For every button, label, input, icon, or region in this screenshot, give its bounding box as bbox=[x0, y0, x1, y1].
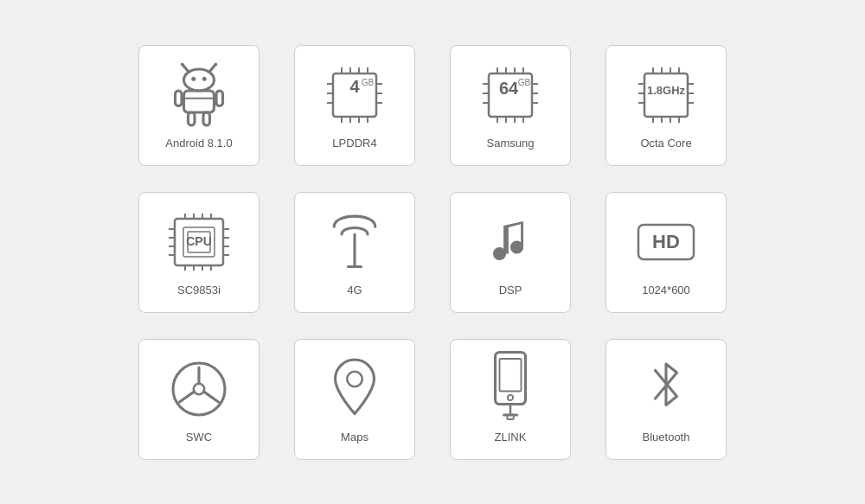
ram-icon-area: 4 GB bbox=[320, 61, 389, 130]
svg-text:4: 4 bbox=[349, 77, 360, 96]
svg-rect-7 bbox=[184, 91, 215, 112]
feature-grid: Android 8.1.0 4 GB bbox=[112, 19, 753, 486]
svg-line-90 bbox=[180, 392, 195, 402]
lpddr4-label: LPDDR4 bbox=[332, 137, 376, 150]
svg-point-88 bbox=[194, 384, 205, 395]
svg-point-95 bbox=[508, 395, 513, 400]
svg-text:1.8GHz: 1.8GHz bbox=[647, 84, 686, 97]
card-maps: Maps bbox=[294, 339, 415, 460]
wheel-icon-area bbox=[164, 354, 234, 424]
cpu-chip-icon: CPU bbox=[164, 212, 234, 272]
phone-icon-area bbox=[476, 354, 545, 424]
bluetooth-label: Bluetooth bbox=[643, 431, 690, 443]
bluetooth-icon bbox=[631, 351, 701, 427]
card-4g: 4G bbox=[294, 192, 415, 313]
card-swc: SWC bbox=[138, 339, 260, 460]
svg-point-6 bbox=[202, 77, 207, 81]
card-zlink: ZLINK bbox=[450, 339, 571, 460]
hd-icon-area: HD bbox=[631, 207, 701, 277]
svg-rect-8 bbox=[176, 91, 183, 106]
card-samsung: 64 GB Samsung bbox=[450, 45, 571, 166]
svg-line-3 bbox=[210, 65, 215, 72]
card-android: Android 8.1.0 bbox=[138, 45, 260, 166]
svg-rect-94 bbox=[500, 359, 522, 392]
svg-rect-10 bbox=[189, 112, 195, 125]
svg-point-4 bbox=[215, 63, 218, 67]
svg-rect-9 bbox=[216, 91, 223, 106]
card-hd: HD 1024*600 bbox=[606, 192, 727, 313]
svg-point-5 bbox=[191, 77, 195, 81]
4g-label: 4G bbox=[347, 284, 362, 297]
card-bluetooth: Bluetooth bbox=[606, 339, 727, 460]
samsung-label: Samsung bbox=[487, 137, 535, 150]
music-icon bbox=[476, 204, 545, 280]
bluetooth-icon-area bbox=[631, 354, 701, 424]
ram-chip-icon: 4 GB bbox=[320, 65, 389, 125]
wheel-icon bbox=[164, 354, 234, 424]
hd-icon: HD bbox=[631, 212, 701, 272]
android-label: Android 8.1.0 bbox=[165, 137, 232, 150]
card-lpddr4: 4 GB LPDDR4 bbox=[294, 45, 415, 166]
svg-text:CPU: CPU bbox=[186, 234, 212, 248]
svg-text:64: 64 bbox=[499, 79, 519, 98]
card-octa: 1.8GHz Octa Core bbox=[606, 45, 727, 166]
freq-icon-area: 1.8GHz bbox=[631, 61, 701, 130]
svg-rect-98 bbox=[507, 415, 514, 419]
svg-text:GB: GB bbox=[362, 78, 375, 87]
freq-chip-icon: 1.8GHz bbox=[631, 65, 701, 125]
android-icon bbox=[164, 61, 234, 130]
octa-label: Octa Core bbox=[640, 137, 691, 150]
svg-text:HD: HD bbox=[652, 231, 680, 252]
map-pin-icon bbox=[320, 351, 389, 427]
svg-point-92 bbox=[347, 372, 362, 387]
svg-line-1 bbox=[183, 65, 188, 72]
svg-rect-11 bbox=[203, 112, 210, 125]
phone-icon bbox=[476, 346, 545, 432]
signal-icon-area bbox=[320, 207, 389, 277]
svg-point-2 bbox=[181, 63, 184, 67]
maps-label: Maps bbox=[341, 431, 368, 443]
card-dsp: DSP bbox=[450, 192, 571, 313]
android-icon-area bbox=[164, 61, 234, 130]
swc-label: SWC bbox=[186, 431, 212, 443]
map-icon-area bbox=[320, 354, 389, 424]
cpu-icon-area: CPU bbox=[164, 207, 234, 277]
cpu-label: SC9853i bbox=[177, 284, 221, 297]
svg-line-91 bbox=[203, 392, 218, 402]
rom-chip-icon: 64 GB bbox=[476, 65, 545, 125]
signal-icon bbox=[320, 204, 389, 280]
svg-text:GB: GB bbox=[518, 78, 531, 87]
hd-label: 1024*600 bbox=[642, 284, 690, 297]
card-cpu: CPU SC9853i bbox=[138, 192, 260, 313]
rom-icon-area: 64 GB bbox=[476, 61, 545, 130]
music-icon-area bbox=[476, 207, 545, 277]
dsp-label: DSP bbox=[499, 284, 522, 297]
zlink-label: ZLINK bbox=[495, 431, 527, 443]
